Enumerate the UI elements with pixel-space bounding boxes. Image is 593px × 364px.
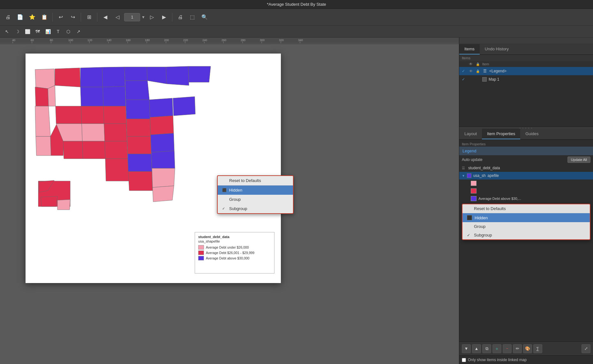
auto-update-label: Auto update xyxy=(462,157,565,162)
update-all-button[interactable]: Update All xyxy=(567,157,590,163)
layer-usa-shapefile[interactable]: ▼ usa_sh apefile xyxy=(459,172,593,179)
svg-text:320: 320 xyxy=(279,39,284,42)
layer-usa-shapefile-label: usa_sh xyxy=(473,173,486,178)
properties-panel: Layout Item Properties Guides Item Prope… xyxy=(459,129,593,364)
print2-button[interactable]: 🖨 xyxy=(175,12,186,23)
layer-student-debt[interactable]: ☰ student_debt_data xyxy=(459,164,593,172)
canvas-area[interactable]: student_debt_data usa_shapefile Average … xyxy=(0,44,459,364)
prev-page-button[interactable]: ◁ xyxy=(112,12,123,23)
tab-item-properties[interactable]: Item Properties xyxy=(482,129,520,139)
arrow-tool[interactable]: ↗ xyxy=(74,27,83,36)
layer-subitem-red[interactable] xyxy=(466,187,593,195)
item-row-legend[interactable]: ✓ 👁 🔒 ☰ <Legend> xyxy=(459,67,593,75)
svg-marker-75 xyxy=(57,200,70,210)
shape-tool[interactable]: ⬡ xyxy=(64,27,73,36)
copy-item-button[interactable]: ⧉ xyxy=(482,344,491,353)
legend-label-1: Average Debt $26,001 - $29,999 xyxy=(206,251,254,255)
expand-button[interactable]: ⤢ xyxy=(582,344,590,353)
ctx-hidden-icon: ⬛ xyxy=(222,188,227,192)
ctx-subgroup-check: ✓ xyxy=(222,207,227,211)
item-tool[interactable]: ⬜ xyxy=(23,27,32,36)
last-page-button[interactable]: ▶ xyxy=(159,12,169,23)
svg-marker-60 xyxy=(126,119,151,136)
ctx-hidden[interactable]: ⬛ Hidden xyxy=(218,186,293,195)
ctx-group[interactable]: Group xyxy=(218,195,293,204)
ruler-area: 40 60 80 100 120 140 160 180 200 220 xyxy=(0,38,593,44)
layer-expand-arrow: ▼ xyxy=(462,174,465,178)
ctx-reset-defaults[interactable]: Reset to Defaults xyxy=(218,176,293,185)
atlas-button[interactable]: ⊞ xyxy=(84,12,94,23)
ruler-corner xyxy=(459,38,593,44)
svg-marker-56 xyxy=(82,124,105,141)
back-button[interactable]: ◀ xyxy=(100,12,111,23)
svg-marker-43 xyxy=(103,86,126,106)
zoom-tool-button[interactable]: 🔍 xyxy=(199,12,210,23)
color-item-button[interactable]: 🎨 xyxy=(523,344,532,353)
print-button[interactable]: 🖨 xyxy=(3,12,13,23)
linked-map-label: Only show items inside linked map xyxy=(468,358,527,362)
page-dropdown-arrow[interactable]: ▼ xyxy=(141,15,145,19)
svg-marker-34 xyxy=(35,69,55,89)
tab-undo-history[interactable]: Undo History xyxy=(480,44,514,55)
legend-item-0: Average Debt under $26,000 xyxy=(198,245,271,250)
move-up-button[interactable]: ▲ xyxy=(472,344,481,353)
legend-label-0: Average Debt under $26,000 xyxy=(206,245,249,249)
subitem-label-purple: Average Debt above $30,... xyxy=(478,197,521,200)
svg-marker-41 xyxy=(124,67,147,81)
main-area: student_debt_data usa_shapefile Average … xyxy=(0,44,593,364)
items-column-header: 👁 🔒 Item xyxy=(459,61,593,67)
select-tool[interactable]: ↖ xyxy=(3,27,11,36)
tab-guides[interactable]: Guides xyxy=(520,129,544,139)
delete-item-button[interactable]: − xyxy=(503,344,512,353)
svg-text:240: 240 xyxy=(202,39,207,42)
pdf-button[interactable]: 📋 xyxy=(39,12,50,23)
ctx-item-group[interactable]: Group xyxy=(462,222,590,231)
map-tool[interactable]: 🗺 xyxy=(33,27,42,36)
svg-text:40: 40 xyxy=(12,39,15,42)
tab-layout[interactable]: Layout xyxy=(459,129,482,139)
svg-marker-35 xyxy=(35,87,49,106)
undo-button[interactable]: ↩ xyxy=(55,12,66,23)
properties-tabs: Layout Item Properties Guides xyxy=(459,129,593,140)
svg-marker-58 xyxy=(82,141,105,159)
redo-button[interactable]: ↪ xyxy=(67,12,78,23)
prop-section-title: Item Properties xyxy=(459,141,593,147)
ctx-item-hidden[interactable]: Hidden xyxy=(462,213,590,222)
layer-student-debt-label: student_debt_data xyxy=(468,166,500,170)
add-item-button[interactable]: + xyxy=(492,344,501,353)
move-down-button[interactable]: ▼ xyxy=(462,344,471,353)
item-check-map1: ✓ xyxy=(462,77,466,82)
linked-map-row: Only show items inside linked map xyxy=(459,355,593,364)
prop-legend-title: Legend xyxy=(459,147,593,155)
col-lock-icon: 🔒 xyxy=(475,62,480,66)
next-page-button[interactable]: ▷ xyxy=(146,12,157,23)
items-header: Items xyxy=(459,55,593,61)
col-eye-icon: 👁 xyxy=(468,62,473,66)
ctx-item-reset[interactable]: Reset to Defaults xyxy=(462,204,590,213)
tab-items[interactable]: Items xyxy=(459,44,480,55)
export-button[interactable]: 📄 xyxy=(15,12,26,23)
page-input[interactable] xyxy=(124,13,140,21)
linked-map-checkbox[interactable] xyxy=(462,358,466,362)
chart-tool[interactable]: 📊 xyxy=(43,27,52,36)
item-label-legend: <Legend> xyxy=(489,69,507,73)
star-button[interactable]: ⭐ xyxy=(27,12,38,23)
legend-title: student_debt_data xyxy=(198,235,271,239)
layer-subitem-pink[interactable] xyxy=(466,179,593,187)
subitem-swatch-red xyxy=(471,188,477,193)
label-tool[interactable]: T xyxy=(54,27,63,36)
pan-tool[interactable]: ☽ xyxy=(13,27,22,36)
properties-content: Item Properties Legend Auto update Updat… xyxy=(459,140,593,341)
export2-button[interactable]: ⬚ xyxy=(187,12,198,23)
function-button[interactable]: ∑ xyxy=(533,344,542,353)
svg-text:300: 300 xyxy=(260,39,265,42)
item-row-map1[interactable]: ✓ Map 1 xyxy=(459,75,593,84)
svg-marker-52 xyxy=(188,66,211,82)
svg-text:120: 120 xyxy=(87,39,92,42)
edit-item-button[interactable]: ✏ xyxy=(513,344,522,353)
ctx-subgroup-label: Subgroup xyxy=(229,206,247,211)
ctx-item-subgroup[interactable]: ✓ Subgroup xyxy=(462,231,590,239)
ctx-subgroup[interactable]: ✓ Subgroup xyxy=(218,204,293,213)
legend-item-2: Average Debt above $30,000 xyxy=(198,256,271,260)
layer-subitem-purple[interactable]: Average Debt above $30,... xyxy=(466,195,593,202)
